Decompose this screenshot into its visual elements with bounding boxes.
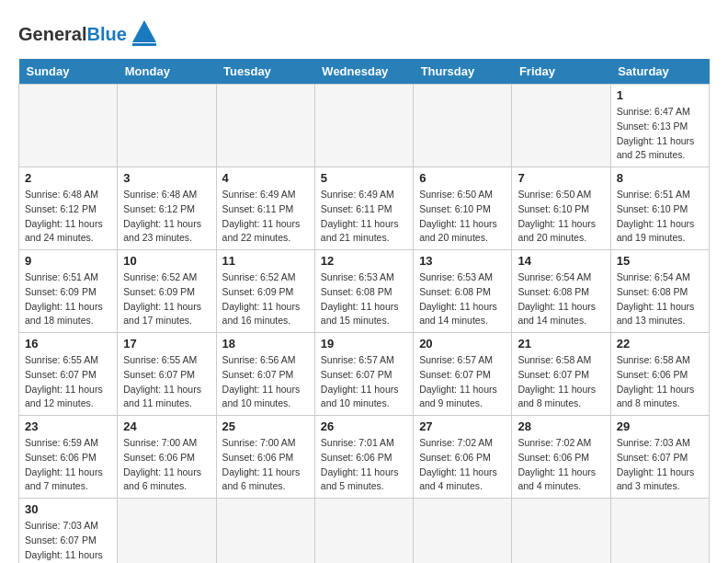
calendar-cell: [414, 85, 512, 167]
page-header: GeneralBlue: [18, 18, 710, 50]
day-number: 14: [518, 254, 604, 268]
calendar-cell: 2Sunrise: 6:48 AM Sunset: 6:12 PM Daylig…: [19, 167, 118, 250]
day-info: Sunrise: 6:49 AM Sunset: 6:11 PM Dayligh…: [321, 188, 407, 246]
calendar-cell: 9Sunrise: 6:51 AM Sunset: 6:09 PM Daylig…: [19, 250, 118, 333]
day-number: 3: [123, 171, 210, 185]
logo-blue: Blue: [86, 24, 126, 44]
day-number: 13: [419, 254, 506, 268]
calendar-cell: 26Sunrise: 7:01 AM Sunset: 6:06 PM Dayli…: [314, 416, 413, 499]
day-number: 2: [25, 171, 111, 185]
calendar-cell: 24Sunrise: 7:00 AM Sunset: 6:06 PM Dayli…: [118, 416, 216, 499]
day-info: Sunrise: 6:56 AM Sunset: 6:07 PM Dayligh…: [222, 353, 309, 411]
weekday-header-thursday: Thursday: [414, 59, 512, 85]
day-info: Sunrise: 6:58 AM Sunset: 6:07 PM Dayligh…: [518, 353, 604, 411]
calendar-cell: [414, 499, 512, 564]
day-number: 11: [222, 254, 309, 268]
day-info: Sunrise: 7:02 AM Sunset: 6:06 PM Dayligh…: [419, 436, 506, 494]
day-number: 28: [518, 419, 604, 433]
day-number: 20: [419, 337, 506, 350]
calendar-cell: 16Sunrise: 6:55 AM Sunset: 6:07 PM Dayli…: [19, 333, 118, 416]
calendar-cell: 8Sunrise: 6:51 AM Sunset: 6:10 PM Daylig…: [610, 167, 709, 250]
calendar-cell: 21Sunrise: 6:58 AM Sunset: 6:07 PM Dayli…: [512, 333, 610, 416]
calendar-cell: 7Sunrise: 6:50 AM Sunset: 6:10 PM Daylig…: [512, 167, 610, 250]
calendar-cell: [512, 85, 610, 167]
calendar-cell: [216, 85, 314, 167]
day-info: Sunrise: 6:51 AM Sunset: 6:10 PM Dayligh…: [617, 188, 703, 246]
day-info: Sunrise: 6:58 AM Sunset: 6:06 PM Dayligh…: [617, 353, 703, 411]
calendar-cell: [610, 499, 709, 564]
calendar-cell: [216, 499, 314, 564]
calendar-cell: 22Sunrise: 6:58 AM Sunset: 6:06 PM Dayli…: [610, 333, 709, 416]
day-number: 22: [617, 337, 703, 350]
calendar-cell: 17Sunrise: 6:55 AM Sunset: 6:07 PM Dayli…: [118, 333, 216, 416]
calendar-cell: 4Sunrise: 6:49 AM Sunset: 6:11 PM Daylig…: [216, 167, 314, 250]
day-info: Sunrise: 6:51 AM Sunset: 6:09 PM Dayligh…: [25, 270, 111, 328]
calendar-table: SundayMondayTuesdayWednesdayThursdayFrid…: [18, 59, 710, 563]
calendar-week-0: 1Sunrise: 6:47 AM Sunset: 6:13 PM Daylig…: [19, 85, 710, 167]
day-number: 21: [518, 337, 604, 350]
calendar-cell: 27Sunrise: 7:02 AM Sunset: 6:06 PM Dayli…: [414, 416, 512, 499]
weekday-header-sunday: Sunday: [19, 59, 118, 85]
logo-general: General: [18, 24, 86, 44]
calendar-cell: [19, 85, 118, 167]
day-number: 16: [25, 337, 111, 350]
calendar-cell: [314, 499, 413, 564]
day-number: 25: [222, 419, 309, 433]
day-info: Sunrise: 6:57 AM Sunset: 6:07 PM Dayligh…: [419, 353, 506, 411]
day-number: 10: [123, 254, 210, 268]
day-number: 23: [25, 419, 111, 433]
svg-rect-1: [132, 43, 156, 46]
calendar-week-1: 2Sunrise: 6:48 AM Sunset: 6:12 PM Daylig…: [19, 167, 710, 250]
calendar-week-5: 30Sunrise: 7:03 AM Sunset: 6:07 PM Dayli…: [19, 499, 710, 564]
weekday-header-saturday: Saturday: [610, 59, 709, 85]
calendar-cell: 15Sunrise: 6:54 AM Sunset: 6:08 PM Dayli…: [610, 250, 709, 333]
day-number: 5: [321, 171, 407, 185]
weekday-header-friday: Friday: [512, 59, 610, 85]
day-info: Sunrise: 6:49 AM Sunset: 6:11 PM Dayligh…: [222, 188, 309, 246]
day-number: 17: [123, 337, 210, 350]
calendar-cell: [512, 499, 610, 564]
calendar-cell: 19Sunrise: 6:57 AM Sunset: 6:07 PM Dayli…: [314, 333, 413, 416]
day-info: Sunrise: 6:50 AM Sunset: 6:10 PM Dayligh…: [419, 188, 506, 246]
day-info: Sunrise: 6:53 AM Sunset: 6:08 PM Dayligh…: [321, 270, 407, 328]
day-info: Sunrise: 7:03 AM Sunset: 6:07 PM Dayligh…: [25, 519, 111, 563]
day-info: Sunrise: 6:55 AM Sunset: 6:07 PM Dayligh…: [25, 353, 111, 411]
day-info: Sunrise: 7:03 AM Sunset: 6:07 PM Dayligh…: [617, 436, 703, 494]
day-info: Sunrise: 7:01 AM Sunset: 6:06 PM Dayligh…: [321, 436, 407, 494]
day-number: 4: [222, 171, 309, 185]
calendar-cell: 29Sunrise: 7:03 AM Sunset: 6:07 PM Dayli…: [610, 416, 709, 499]
day-number: 8: [617, 171, 703, 185]
calendar-week-3: 16Sunrise: 6:55 AM Sunset: 6:07 PM Dayli…: [19, 333, 710, 416]
calendar-cell: 28Sunrise: 7:02 AM Sunset: 6:06 PM Dayli…: [512, 416, 610, 499]
weekday-header-wednesday: Wednesday: [314, 59, 413, 85]
calendar-cell: 5Sunrise: 6:49 AM Sunset: 6:11 PM Daylig…: [314, 167, 413, 250]
day-info: Sunrise: 6:54 AM Sunset: 6:08 PM Dayligh…: [518, 270, 604, 328]
calendar-cell: 3Sunrise: 6:48 AM Sunset: 6:12 PM Daylig…: [118, 167, 216, 250]
day-number: 7: [518, 171, 604, 185]
day-number: 1: [617, 88, 703, 102]
calendar-week-2: 9Sunrise: 6:51 AM Sunset: 6:09 PM Daylig…: [19, 250, 710, 333]
calendar-cell: 11Sunrise: 6:52 AM Sunset: 6:09 PM Dayli…: [216, 250, 314, 333]
calendar-cell: [314, 85, 413, 167]
day-number: 9: [25, 254, 111, 268]
day-info: Sunrise: 6:52 AM Sunset: 6:09 PM Dayligh…: [222, 270, 309, 328]
calendar-cell: 18Sunrise: 6:56 AM Sunset: 6:07 PM Dayli…: [216, 333, 314, 416]
calendar-cell: 1Sunrise: 6:47 AM Sunset: 6:13 PM Daylig…: [610, 85, 709, 167]
logo: GeneralBlue: [18, 18, 158, 50]
calendar-cell: 12Sunrise: 6:53 AM Sunset: 6:08 PM Dayli…: [314, 250, 413, 333]
day-number: 12: [321, 254, 407, 268]
calendar-cell: 30Sunrise: 7:03 AM Sunset: 6:07 PM Dayli…: [19, 499, 118, 564]
calendar-cell: [118, 85, 216, 167]
day-info: Sunrise: 6:57 AM Sunset: 6:07 PM Dayligh…: [321, 353, 407, 411]
day-number: 15: [617, 254, 703, 268]
day-info: Sunrise: 6:48 AM Sunset: 6:12 PM Dayligh…: [123, 188, 210, 246]
calendar-cell: 23Sunrise: 6:59 AM Sunset: 6:06 PM Dayli…: [19, 416, 118, 499]
day-info: Sunrise: 6:59 AM Sunset: 6:06 PM Dayligh…: [25, 436, 111, 494]
day-info: Sunrise: 6:48 AM Sunset: 6:12 PM Dayligh…: [25, 188, 111, 246]
calendar-cell: 20Sunrise: 6:57 AM Sunset: 6:07 PM Dayli…: [414, 333, 512, 416]
day-number: 29: [617, 419, 703, 433]
day-number: 18: [222, 337, 309, 350]
day-info: Sunrise: 7:00 AM Sunset: 6:06 PM Dayligh…: [222, 436, 309, 494]
calendar-cell: 13Sunrise: 6:53 AM Sunset: 6:08 PM Dayli…: [414, 250, 512, 333]
day-info: Sunrise: 6:52 AM Sunset: 6:09 PM Dayligh…: [123, 270, 210, 328]
